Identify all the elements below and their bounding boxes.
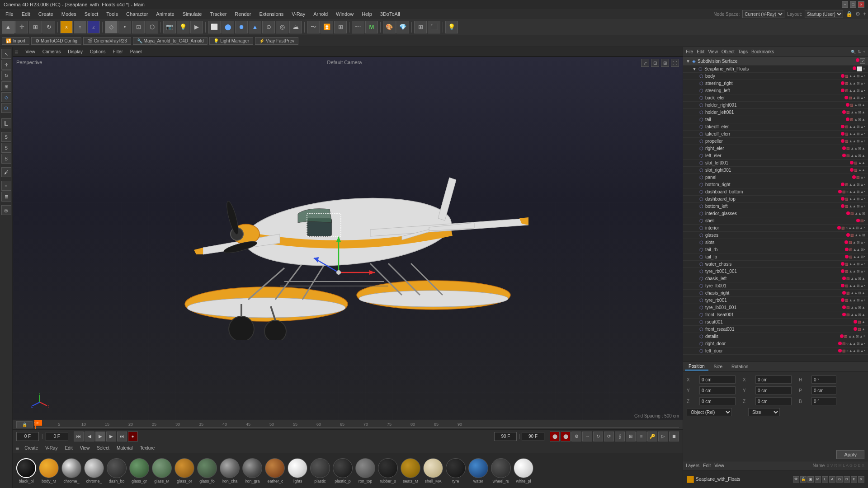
- frame-input2[interactable]: [46, 432, 68, 441]
- maximize-button[interactable]: □: [850, 1, 856, 8]
- redo-btn[interactable]: Y: [74, 21, 86, 33]
- menu-arnold[interactable]: Arnold: [310, 10, 331, 18]
- scene-edit-btn[interactable]: Edit: [697, 49, 704, 54]
- next-frame-btn[interactable]: ▶: [106, 432, 116, 441]
- scene-item-tyre-lb001[interactable]: ⬡ tyre_lb001 ▨ ▲▲⊠ ▲•: [683, 282, 868, 290]
- scene-item-slot-left001[interactable]: ⬡ slot_left001 ▨▲▲: [683, 160, 868, 167]
- prev-frame-btn[interactable]: ◀: [85, 432, 94, 441]
- timeline-gear-btn[interactable]: ⚙: [571, 432, 581, 441]
- timeline-key-btn[interactable]: 🔑: [647, 432, 657, 441]
- sidebar-s1-icon[interactable]: S: [1, 132, 11, 142]
- material-black-bl[interactable]: black_bl: [16, 458, 36, 483]
- position-y-input[interactable]: [699, 386, 736, 394]
- record-btn[interactable]: ●: [128, 432, 138, 441]
- scene-item-bottom-right[interactable]: ⬡ bottom_right ▨▲▲ ⊠▲ •: [683, 181, 868, 188]
- tab-position[interactable]: Position: [685, 363, 708, 371]
- close-button[interactable]: ×: [858, 1, 864, 8]
- apply-button[interactable]: Apply: [836, 450, 864, 459]
- layer-eye-icon[interactable]: 👁: [793, 476, 799, 483]
- cylinder-btn[interactable]: ⏺: [235, 21, 248, 33]
- scene-item-panel[interactable]: ⬡ panel ▨▲ •: [683, 174, 868, 181]
- object-mode-btn[interactable]: ◇: [105, 21, 118, 33]
- vp-menu-filter[interactable]: Filter: [111, 49, 125, 54]
- scene-item-tyre-rb001-001[interactable]: ⬡ tyre_rb001_001 ▨ ▲▲⊠ ▲•: [683, 268, 868, 275]
- material-body-m[interactable]: body_M: [39, 458, 59, 483]
- material-seats-m[interactable]: seats_M: [401, 458, 420, 483]
- cube-btn[interactable]: ⬜: [208, 21, 221, 33]
- scene-item-takeoff-eler[interactable]: ⬡ takeoff_eler ▨▲▲ ⊠▲ •: [683, 123, 868, 131]
- viewport-shading-btn[interactable]: ⬛: [428, 21, 440, 33]
- rotation-b-input[interactable]: [811, 397, 836, 405]
- material-glass-or[interactable]: glass_or: [175, 458, 194, 483]
- vray-fastprev-btn[interactable]: ⚡ Vray FastPrev: [255, 37, 298, 45]
- material-lights[interactable]: lights: [288, 458, 307, 483]
- layer-l-icon[interactable]: L: [822, 476, 828, 483]
- mode-select-btn[interactable]: ▲: [2, 21, 14, 33]
- sidebar-move-icon[interactable]: ✛: [1, 60, 11, 70]
- layout-lock-icon[interactable]: 🔒: [846, 11, 853, 17]
- menu-tracker[interactable]: Tracker: [206, 10, 230, 18]
- vp-menu-cameras[interactable]: Cameras: [41, 49, 63, 54]
- mat-create-btn[interactable]: Create: [23, 446, 40, 450]
- scene-item-interior-glasses[interactable]: ⬡ interior_glasses ▨ ▲▲⊠: [683, 210, 868, 217]
- vp-split-icon[interactable]: ⊡: [651, 59, 659, 67]
- menu-3dotall[interactable]: 3DoToAll: [377, 10, 404, 18]
- undo-btn[interactable]: X: [60, 21, 73, 33]
- mograph-btn[interactable]: M: [365, 21, 378, 33]
- scene-item-front-rseat001[interactable]: ⬡ front_rseat001 ▨ ▲: [683, 326, 868, 333]
- camera-btn[interactable]: 📷: [163, 21, 176, 33]
- scene-item-dashboard-top[interactable]: ⬡ dashboard_top ▨ ▲▲⊠ ▲•: [683, 196, 868, 203]
- sidebar-obj2-icon[interactable]: ⬡: [1, 103, 11, 113]
- seaplane-floats-item[interactable]: ▼ ⬡ Seaplane_with_Floats ⬜ ○: [683, 66, 868, 73]
- scene-item-slots[interactable]: ⬡ slots ▨ ▲⊠ ▲•: [683, 239, 868, 246]
- plus-icon[interactable]: +: [863, 50, 865, 54]
- position-x-input[interactable]: [699, 375, 736, 384]
- layer-a-icon[interactable]: A: [829, 476, 835, 483]
- scene-item-takeoff-elerr[interactable]: ⬡ takeoff_elerr ▨▲▲ ⊠▲ •: [683, 131, 868, 138]
- render-btn[interactable]: ▶: [190, 21, 203, 33]
- layers-tab-edit[interactable]: Edit: [703, 463, 711, 468]
- scene-item-tyre-lb001-001[interactable]: ⬡ tyre_lb001_001 ▨ ▲▲⊠ ▲: [683, 304, 868, 311]
- import-btn[interactable]: 🔁 Import: [2, 37, 29, 45]
- material-leather[interactable]: leather_c: [265, 458, 285, 483]
- scene-item-holder-right001[interactable]: ⬡ holder_right001 ▨▲ ⊠▲: [683, 102, 868, 109]
- landscape-btn[interactable]: ⛰: [289, 21, 302, 33]
- sidebar-layers-icon[interactable]: ≡: [1, 181, 11, 191]
- material-rubber-8[interactable]: rubber_8: [378, 458, 398, 483]
- material-glass-m[interactable]: glass_M: [152, 458, 172, 483]
- scene-item-body[interactable]: ⬡ body ▨▲▲ ⊠▲ •: [683, 73, 868, 80]
- position-y2-input[interactable]: [755, 386, 792, 394]
- sidebar-rotate-icon[interactable]: ↻: [1, 70, 11, 80]
- material-btn[interactable]: 💎: [396, 21, 409, 33]
- sidebar-s2-icon[interactable]: S: [1, 143, 11, 153]
- position-x2-input[interactable]: [755, 375, 792, 384]
- sidebar-l-icon[interactable]: L: [1, 118, 11, 128]
- end-frame-input2[interactable]: [522, 432, 544, 441]
- scene-item-steering-right[interactable]: ⬡ steering_right ▨▲▲ ⊠▲ •: [683, 80, 868, 87]
- scene-item-front-lseat001[interactable]: ⬡ front_lseat001 ▨ ▲▲⊠ ▲: [683, 311, 868, 319]
- layer-g-icon[interactable]: G: [836, 476, 843, 483]
- menu-vray[interactable]: V-Ray: [288, 10, 309, 18]
- mode-scale-btn[interactable]: ⊞: [29, 21, 42, 33]
- light-object-btn[interactable]: 💡: [445, 21, 458, 33]
- menu-character[interactable]: Character: [123, 10, 151, 18]
- scene-item-left-eler[interactable]: ⬡ left_eler ▨▲▲ ⊠▲: [683, 152, 868, 160]
- spline-btn[interactable]: 〜: [307, 21, 320, 33]
- timeline-play2-btn[interactable]: ▷: [658, 432, 668, 441]
- mode-rotate-btn[interactable]: ↻: [42, 21, 55, 33]
- light-btn[interactable]: 💡: [177, 21, 189, 33]
- scene-item-water-chasis[interactable]: ⬡ water_chasis ▨ ▲▲⊠ ▲•: [683, 261, 868, 268]
- material-dash-bo[interactable]: dash_bo: [107, 458, 127, 483]
- material-tyre[interactable]: tyre: [446, 458, 466, 483]
- end-frame-input[interactable]: [494, 432, 517, 441]
- tab-size[interactable]: Size: [710, 363, 726, 370]
- scene-root-item[interactable]: ▼ ◈ Subdivision Surface ✓: [683, 57, 868, 66]
- goto-end-btn[interactable]: ⏭: [117, 432, 127, 441]
- material-ron-top[interactable]: ron_top: [355, 458, 375, 483]
- tab-rotation[interactable]: Rotation: [728, 363, 752, 370]
- menu-simulate[interactable]: Simulate: [179, 10, 206, 18]
- timeline-lock-btn[interactable]: 🔒: [16, 421, 33, 428]
- layer-e-icon[interactable]: E: [851, 476, 857, 483]
- scene-view-btn[interactable]: View: [708, 49, 718, 54]
- layer-render-icon[interactable]: ▣: [807, 476, 814, 483]
